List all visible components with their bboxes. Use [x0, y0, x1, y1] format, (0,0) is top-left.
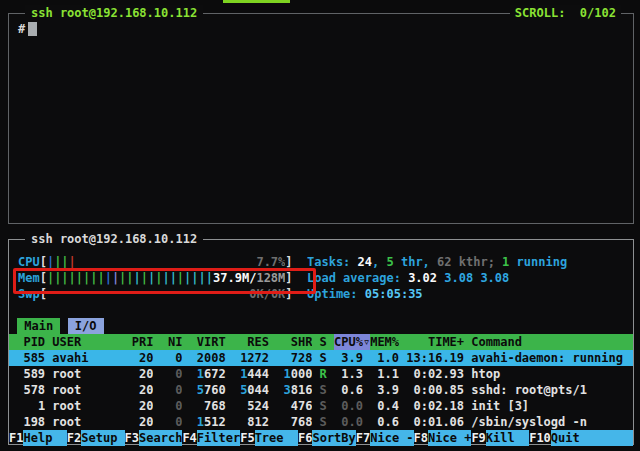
fn-f7-nice-[interactable]: F7Nice - [356, 430, 414, 446]
column-header-pri[interactable]: PRI [125, 334, 154, 350]
column-header-cmd[interactable]: Command [464, 334, 633, 350]
column-header-virt[interactable]: VIRT [182, 334, 225, 350]
tasks-kthr: 62 kthr; [437, 254, 495, 270]
blank-line [9, 302, 633, 318]
tasks-count: 24 [358, 254, 372, 270]
cpu-meter-body: ||||7.7% [47, 254, 285, 270]
cell-state: S [312, 382, 326, 398]
process-row-pid-1[interactable]: 1root200768524476S0.0 0.40:02.18init [3] [9, 398, 633, 414]
cell-state: S [312, 350, 326, 366]
cell-shr: 476 [269, 398, 312, 414]
fn-f10-quit[interactable]: F10Quit [529, 430, 633, 446]
process-row-pid-589[interactable]: 589root200167214441000R1.3 1.10:02.93hto… [9, 366, 633, 382]
fn-f9-kill[interactable]: F9Kill [471, 430, 529, 446]
tab-io[interactable]: I/O [68, 318, 104, 334]
cpu-meter-close-bracket: ] [285, 254, 292, 270]
htop-app: CPU[||||7.7%]Tasks:24,5thr,62 kthr;1runn… [9, 240, 633, 444]
cell-pid: 1 [9, 398, 45, 414]
cell-pid: 589 [9, 366, 45, 382]
uptime-label: Uptime: [307, 286, 358, 302]
mem-meter-value: 37.9M/128M [213, 270, 285, 286]
column-header-user[interactable]: USER [45, 334, 124, 350]
fn-f6-sortby[interactable]: F6SortBy [298, 430, 356, 446]
cell-virt: 1512 [182, 414, 225, 430]
fn-f8-nice+[interactable]: F8Nice + [414, 430, 472, 446]
column-header-cpu[interactable]: CPU% [327, 334, 363, 350]
column-header-res[interactable]: RES [226, 334, 269, 350]
process-row-pid-578[interactable]: 578root200576050443816S0.6 3.90:00.85ssh… [9, 382, 633, 398]
cell-sort [363, 382, 370, 398]
mem-meter-close-bracket: ] [285, 270, 292, 286]
htop-tabs: MainI/O [9, 318, 633, 334]
mem-meter-row: Mem[|||||||||||||||||||||||37.9M/128M]Lo… [9, 270, 633, 286]
mem-meter-open-bracket: [ [40, 270, 47, 286]
column-header-shr[interactable]: SHR [269, 334, 312, 350]
cell-shr: 1000 [269, 366, 312, 382]
fn-f4-filter[interactable]: F4Filter [182, 430, 240, 446]
process-row-pid-585[interactable]: 585avahi20020081272728S3.9 1.013:16.19av… [9, 350, 633, 366]
cell-time: 0:02.93 [399, 366, 464, 382]
fn-key-label: F8 [414, 430, 428, 446]
cell-state: S [312, 414, 326, 430]
fn-action-label: Search [139, 430, 182, 446]
load-fifteen-min: 3.08 [480, 270, 509, 286]
fn-f3-search[interactable]: F3Search [125, 430, 183, 446]
cell-cmd: htop [464, 366, 633, 382]
cell-ni: 0 [153, 398, 182, 414]
cell-mem: 1.1 [370, 366, 399, 382]
fn-key-label: F3 [125, 430, 139, 446]
fn-action-label: Kill [486, 430, 529, 446]
cpu-bars: |||| [47, 254, 76, 270]
cell-ni: 0 [153, 366, 182, 382]
top-pane-title-text: ssh root@192.168.10.112 [31, 6, 197, 20]
mem-meter-label: Mem [18, 270, 40, 286]
column-header-time[interactable]: TIME+ [399, 334, 464, 350]
cpu-meter-value: 7.7% [256, 254, 285, 270]
cell-cmd: sshd: root@pts/1 [464, 382, 633, 398]
cell-ni: 0 [153, 382, 182, 398]
htop-terminal-pane: ssh root@192.168.10.112 CPU[||||7.7%]Tas… [8, 239, 634, 445]
load-five-min: 3.08 [444, 270, 473, 286]
cell-virt: 1672 [182, 366, 225, 382]
cell-pri: 20 [125, 366, 154, 382]
swp-meter-close-bracket: ] [285, 286, 292, 302]
cell-res: 812 [226, 414, 269, 430]
fn-f2-setup[interactable]: F2Setup [67, 430, 125, 446]
process-table-body: 585avahi20020081272728S3.9 1.013:16.19av… [9, 350, 633, 430]
cell-time: 0:00.85 [399, 382, 464, 398]
cell-sort [363, 366, 370, 382]
column-header-state[interactable]: S [312, 334, 326, 350]
cpu-meter-row: CPU[||||7.7%]Tasks:24,5thr,62 kthr;1runn… [9, 254, 633, 270]
swp-meter-label: Swp [18, 286, 40, 302]
text-cursor [28, 22, 37, 36]
prompt-char: # [18, 21, 25, 37]
cell-user: root [45, 366, 124, 382]
cell-mem: 0.6 [370, 414, 399, 430]
process-row-pid-198[interactable]: 198root2001512812768S0.0 0.60:01.06/sbin… [9, 414, 633, 430]
load-one-min: 3.02 [408, 270, 437, 286]
column-header-ni[interactable]: NI [153, 334, 182, 350]
fn-f5-tree[interactable]: F5Tree [240, 430, 298, 446]
cell-ni: 0 [153, 414, 182, 430]
cell-pri: 20 [125, 350, 154, 366]
cell-pid: 578 [9, 382, 45, 398]
tab-main[interactable]: Main [17, 318, 60, 334]
column-header-pid[interactable]: PID [9, 334, 45, 350]
column-header-sort[interactable]: ▿ [363, 334, 370, 350]
fn-key-label: F2 [67, 430, 81, 446]
fn-action-label: Filter [197, 430, 240, 446]
cell-state: R [312, 366, 326, 382]
fn-f1-help[interactable]: F1Help [9, 430, 67, 446]
fn-action-label: Nice + [428, 430, 471, 446]
cell-virt: 2008 [182, 350, 225, 366]
fn-key-label: F9 [471, 430, 485, 446]
cell-pid: 585 [9, 350, 45, 366]
tasks-thr-label: thr, [401, 254, 430, 270]
scroll-indicator: SCROLL: 0/102 [510, 5, 621, 21]
cell-mem: 1.0 [370, 350, 399, 366]
column-header-mem[interactable]: MEM% [370, 334, 399, 350]
cell-ni: 0 [153, 350, 182, 366]
fn-action-label: Setup [81, 430, 124, 446]
swp-meter-value: 0K/0K [249, 286, 285, 302]
function-key-bar: F1HelpF2SetupF3SearchF4FilterF5TreeF6Sor… [9, 430, 633, 446]
